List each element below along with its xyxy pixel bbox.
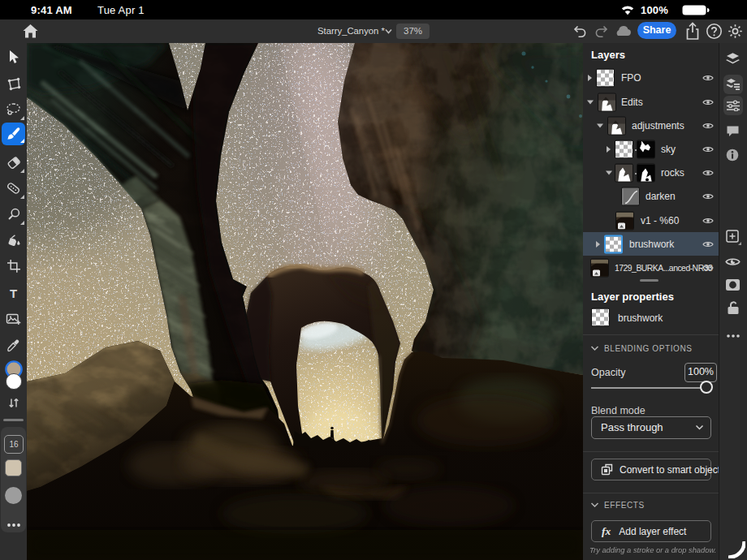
svg-text:T: T xyxy=(10,286,17,299)
